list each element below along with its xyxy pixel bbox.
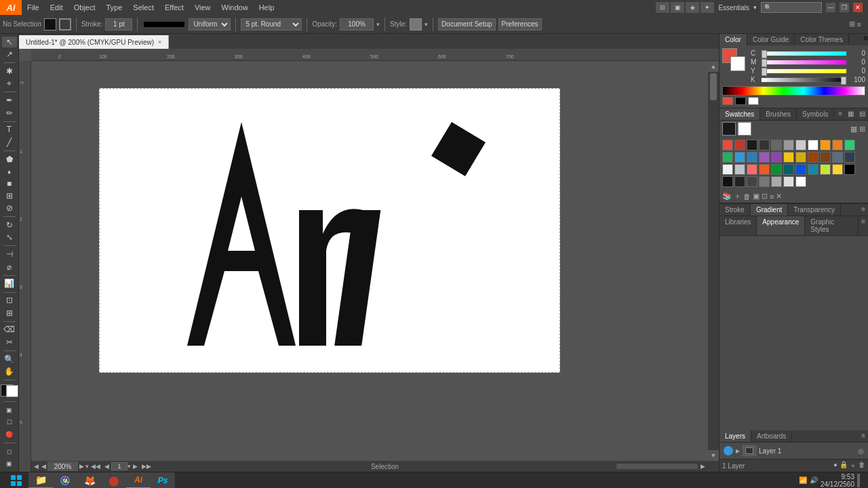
swatch-10[interactable] bbox=[844, 140, 855, 150]
c-slider-thumb[interactable] bbox=[762, 50, 767, 58]
drawing-mode-btn[interactable]: ◻ bbox=[2, 446, 17, 457]
vscroll-down-arrow[interactable]: ▼ bbox=[708, 450, 719, 461]
menu-edit[interactable]: Edit bbox=[45, 0, 68, 15]
gradient-tool[interactable]: ■ bbox=[2, 178, 17, 189]
swatch-34[interactable] bbox=[734, 176, 745, 187]
swatches-large-view[interactable]: ⊞ bbox=[859, 125, 865, 134]
layer-add-icon[interactable]: ＋ bbox=[850, 461, 856, 470]
preset-black[interactable] bbox=[735, 97, 746, 105]
tab-transparency[interactable]: Transparency bbox=[788, 204, 841, 216]
minimize-button[interactable]: — bbox=[826, 3, 835, 12]
direct-selection-tool[interactable]: ↗ bbox=[2, 49, 17, 60]
m-slider-thumb[interactable] bbox=[762, 59, 767, 67]
vscroll-thumb[interactable] bbox=[710, 73, 717, 100]
tab-stroke[interactable]: Stroke bbox=[719, 204, 751, 216]
preset-white[interactable] bbox=[748, 97, 759, 105]
style-color-box[interactable] bbox=[410, 18, 422, 30]
swatch-lib-icon[interactable]: 📚 bbox=[722, 192, 732, 201]
swatch-new-icon[interactable]: ▣ bbox=[753, 192, 760, 201]
tab-appearance[interactable]: Appearance bbox=[757, 216, 805, 235]
swatch-27[interactable] bbox=[783, 164, 794, 175]
tab-brushes[interactable]: Brushes bbox=[760, 108, 797, 120]
chrome-btn[interactable] bbox=[53, 472, 77, 489]
swatch-7[interactable] bbox=[808, 140, 818, 150]
stroke-type-select[interactable]: Uniform bbox=[189, 18, 231, 30]
warp-tool[interactable]: ⌀ bbox=[2, 261, 17, 272]
swatch-37[interactable] bbox=[771, 176, 782, 187]
page-number-input[interactable] bbox=[111, 462, 127, 470]
swatch-15[interactable] bbox=[771, 152, 782, 163]
swatch-trash-icon[interactable]: ✕ bbox=[776, 192, 782, 201]
opacity-input[interactable] bbox=[340, 18, 374, 30]
swatch-5[interactable] bbox=[783, 140, 794, 150]
tab-gradient[interactable]: Gradient bbox=[751, 204, 788, 216]
swatch-fg-box[interactable] bbox=[722, 122, 736, 136]
swatch-11[interactable] bbox=[722, 152, 733, 163]
tab-symbols[interactable]: Symbols bbox=[797, 108, 834, 120]
document-tab-close[interactable]: × bbox=[158, 39, 161, 45]
stroke-weight-input[interactable] bbox=[105, 18, 132, 30]
eraser-tool[interactable]: ⌫ bbox=[2, 324, 17, 335]
tab-color-themes[interactable]: Color Themes bbox=[795, 34, 849, 45]
pen-tool[interactable]: ✒ bbox=[2, 95, 17, 106]
photoshop-taskbar-btn[interactable]: Ps bbox=[151, 472, 175, 489]
shape-builder-tool[interactable]: ⬟ bbox=[2, 153, 17, 164]
layer-name[interactable]: Layer 1 bbox=[759, 447, 855, 455]
tab-libraries[interactable]: Libraries bbox=[719, 216, 757, 235]
hscroll-thumb[interactable] bbox=[616, 464, 698, 469]
artboard-tool[interactable]: ⊡ bbox=[2, 295, 17, 306]
k-slider-thumb[interactable] bbox=[841, 77, 846, 85]
pencil-tool[interactable]: ✏ bbox=[2, 107, 17, 118]
tracing-icon[interactable]: ✦ bbox=[701, 2, 714, 13]
zoom-tool[interactable]: 🔍 bbox=[2, 353, 17, 364]
swatch-24[interactable] bbox=[747, 164, 757, 175]
close-button[interactable]: ✕ bbox=[853, 3, 863, 12]
menu-type[interactable]: Type bbox=[101, 0, 128, 15]
wifi-icon[interactable]: 📶 bbox=[799, 476, 807, 484]
arrange-icon[interactable]: ⊟ bbox=[656, 2, 669, 13]
bp-panel-menu[interactable]: ≡ bbox=[859, 216, 868, 235]
swatch-36[interactable] bbox=[759, 176, 770, 187]
swatch-30[interactable] bbox=[820, 164, 831, 175]
swatch-35[interactable] bbox=[747, 176, 757, 187]
firefox-btn[interactable]: 🦊 bbox=[77, 472, 102, 489]
mesh-tool[interactable]: ⊞ bbox=[2, 190, 17, 201]
swatch-25[interactable] bbox=[759, 164, 770, 175]
type-tool[interactable]: T bbox=[2, 124, 17, 135]
menu-object[interactable]: Object bbox=[68, 0, 101, 15]
swatch-32[interactable] bbox=[844, 164, 855, 175]
stroke-profile-select[interactable]: 5 pt. Round bbox=[241, 18, 302, 30]
color-mode-icon[interactable]: ◈ bbox=[686, 2, 699, 13]
zoom-input[interactable] bbox=[47, 462, 78, 471]
align-options-icon[interactable]: ≡ bbox=[857, 20, 861, 28]
swatch-delete-icon[interactable]: 🗑 bbox=[743, 192, 751, 201]
menu-file[interactable]: File bbox=[22, 0, 45, 15]
menu-window[interactable]: Window bbox=[216, 0, 254, 15]
width-tool[interactable]: ⊣ bbox=[2, 249, 17, 260]
swatches-grid-view-icon[interactable]: ▦ bbox=[845, 108, 856, 120]
swatch-19[interactable] bbox=[820, 152, 831, 163]
swatch-add-icon[interactable]: ＋ bbox=[734, 191, 741, 201]
vscroll-up-arrow[interactable]: ▲ bbox=[708, 61, 719, 72]
magic-wand-tool[interactable]: ✱ bbox=[2, 66, 17, 77]
page-next-single-icon[interactable]: ▶ bbox=[131, 463, 140, 470]
swatch-4[interactable] bbox=[771, 140, 782, 150]
style-arrow-icon[interactable]: ▾ bbox=[425, 21, 428, 28]
layers-panel-menu[interactable]: ≡ bbox=[859, 430, 868, 442]
scale-tool[interactable]: ⤡ bbox=[2, 232, 17, 243]
document-tab[interactable]: Untitled-1* @ 200% (CMYK/GPU Preview) × bbox=[19, 35, 169, 49]
swatch-22[interactable] bbox=[722, 164, 733, 175]
swatch-14[interactable] bbox=[759, 152, 770, 163]
swatch-bg-box[interactable] bbox=[738, 122, 751, 136]
y-slider-thumb[interactable] bbox=[762, 68, 767, 76]
volume-icon[interactable]: 🔊 bbox=[810, 476, 818, 484]
swatch-0[interactable] bbox=[722, 140, 733, 150]
tab-graphic-styles[interactable]: Graphic Styles bbox=[805, 216, 859, 235]
menu-help[interactable]: Help bbox=[254, 0, 280, 15]
paintbucket-tool[interactable]: ⬧ bbox=[2, 166, 17, 177]
show-desktop-btn[interactable] bbox=[857, 474, 860, 487]
hand-tool[interactable]: ✋ bbox=[2, 366, 17, 377]
tab-artboards[interactable]: Artboards bbox=[751, 430, 792, 442]
opacity-arrow-icon[interactable]: ▾ bbox=[376, 21, 380, 28]
layer-arrow-icon[interactable]: ▶ bbox=[736, 448, 740, 454]
